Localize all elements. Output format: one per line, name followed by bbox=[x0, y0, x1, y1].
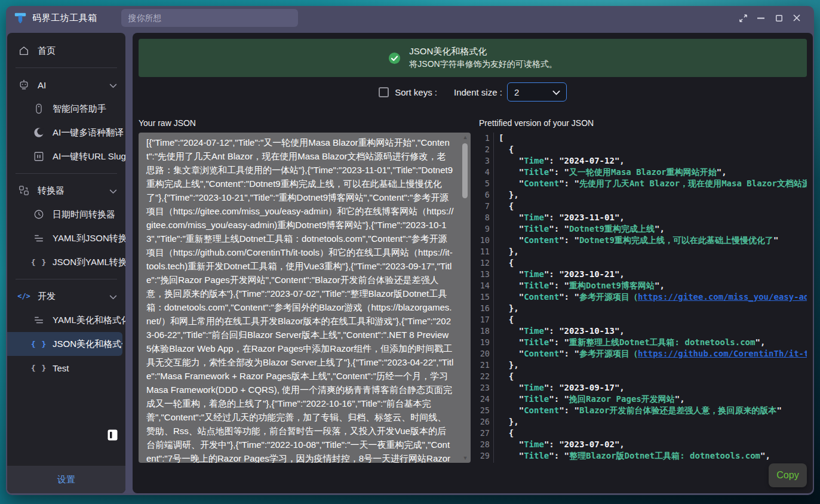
braces-icon: { } bbox=[33, 364, 45, 373]
sidebar-group-label: AI bbox=[38, 80, 46, 90]
line-number: 7 bbox=[479, 201, 494, 212]
sidebar-divider bbox=[16, 173, 117, 174]
sidebar-divider bbox=[16, 67, 117, 68]
sidebar-item-ai-translate[interactable]: AI一键多语种翻译 bbox=[7, 121, 125, 145]
check-circle-icon bbox=[388, 52, 401, 64]
close-icon[interactable] bbox=[788, 9, 806, 27]
search-box[interactable] bbox=[121, 9, 298, 27]
code-line: 29 "Title": "整理Blazor版Dotnet工具箱: dotneto… bbox=[479, 450, 807, 462]
minimize-icon[interactable] bbox=[752, 9, 770, 27]
code-icon: </> bbox=[18, 292, 30, 300]
format-controls: Sort keys : Indent size : 2 bbox=[139, 82, 807, 102]
maximize-icon[interactable] bbox=[770, 9, 788, 27]
raw-json-textarea[interactable]: [{"Time":"2024-07-12","Title":"又一轮使用Masa… bbox=[139, 133, 471, 463]
code-line: 1[ bbox=[479, 133, 807, 144]
line-number: 29 bbox=[479, 450, 494, 462]
sidebar-item-label: JSON到YAML转换 bbox=[53, 257, 125, 268]
line-number: 12 bbox=[479, 257, 494, 269]
code-line: 22 { bbox=[479, 371, 807, 382]
line-number: 5 bbox=[479, 178, 494, 189]
sidebar-item-json-prettify[interactable]: { }JSON美化和格式化 bbox=[7, 332, 122, 356]
slug-icon bbox=[33, 151, 45, 162]
sidebar-group-ai[interactable]: AI bbox=[7, 73, 125, 97]
pretty-json-label: Prettified version of your JSON bbox=[479, 118, 807, 131]
list-icon bbox=[33, 233, 45, 244]
tool-title: JSON美化和格式化 bbox=[409, 46, 557, 57]
sidebar-item-test[interactable]: { }Test bbox=[7, 356, 125, 380]
code-line: 25 "Content": "Blazor开发前台体验还是差强人意，换回原来的版… bbox=[479, 405, 807, 416]
line-number: 26 bbox=[479, 416, 494, 428]
sidebar-group-converters[interactable]: 转换器 bbox=[7, 179, 125, 202]
titlebar: 码界工坊工具箱 bbox=[6, 6, 814, 30]
sidebar-group-dev[interactable]: </>开发 bbox=[7, 284, 125, 308]
line-number: 4 bbox=[479, 167, 494, 178]
app-title: 码界工坊工具箱 bbox=[32, 13, 97, 24]
sidebar-item-label: AI一键多语种翻译 bbox=[53, 127, 124, 139]
pretty-json-code[interactable]: 1[2 {3 "Time": "2024-07-12",4 "Title": "… bbox=[479, 133, 807, 463]
clock-icon bbox=[33, 209, 45, 220]
expand-icon[interactable] bbox=[734, 9, 752, 27]
sort-keys-label: Sort keys : bbox=[395, 87, 437, 97]
indent-size-select[interactable]: 2 bbox=[507, 82, 567, 102]
code-line: 11 }, bbox=[479, 246, 807, 257]
line-number: 20 bbox=[479, 348, 494, 359]
app-logo-icon bbox=[14, 11, 27, 24]
line-number: 17 bbox=[479, 314, 494, 325]
sidebar-item-label: AI一键转URL Slug bbox=[53, 151, 125, 162]
line-number: 11 bbox=[479, 246, 494, 257]
sidebar-item-json-to-yaml[interactable]: { }JSON到YAML转换 bbox=[7, 250, 125, 274]
line-number: 8 bbox=[479, 212, 494, 223]
sidebar-collapse-icon[interactable] bbox=[108, 429, 118, 443]
line-number: 15 bbox=[479, 291, 494, 303]
url-link[interactable]: https://github.com/CorentinTh/it-tools bbox=[638, 349, 807, 358]
chevron-down-icon bbox=[109, 80, 117, 90]
line-number: 3 bbox=[479, 155, 494, 167]
sidebar-item-label: YAML到JSON转换 bbox=[53, 233, 125, 244]
code-line: 21 }, bbox=[479, 359, 807, 371]
main-panel: JSON美化和格式化 将JSON字符串修饰为友好的可读格式。 Sort keys… bbox=[133, 33, 813, 493]
scrollbar-thumb[interactable] bbox=[462, 143, 468, 198]
code-line: 12 { bbox=[479, 257, 807, 269]
search-input[interactable] bbox=[121, 9, 298, 27]
sidebar-group-label: 转换器 bbox=[38, 185, 65, 196]
indent-size-label: Indent size : bbox=[454, 87, 502, 97]
url-link[interactable]: https://gitee.com/miss_you/easy-admin bbox=[638, 292, 807, 302]
sidebar-item-ai-url-slug[interactable]: AI一键转URL Slug bbox=[7, 145, 125, 168]
sidebar-nav: 首页 AI智能问答助手AI一键多语种翻译AI一键转URL Slug转换器日期时间… bbox=[7, 33, 125, 466]
tool-subtitle: 将JSON字符串修饰为友好的可读格式。 bbox=[409, 59, 557, 70]
code-line: 3 "Time": "2024-07-12", bbox=[479, 155, 807, 167]
settings-button[interactable]: 设置 bbox=[7, 466, 125, 493]
sidebar-item-qa-assistant[interactable]: 智能问答助手 bbox=[7, 97, 125, 121]
sidebar-item-home[interactable]: 首页 bbox=[7, 39, 125, 63]
scroll-up-icon[interactable]: ▲ bbox=[462, 134, 469, 141]
indent-size-value: 2 bbox=[514, 87, 519, 97]
assistant-icon bbox=[33, 103, 45, 114]
copy-button[interactable]: Copy bbox=[769, 463, 807, 487]
url-link[interactable]: https://blazorgames.net/ bbox=[676, 462, 797, 463]
code-line: 7 { bbox=[479, 201, 807, 212]
code-line: 6 }, bbox=[479, 189, 807, 201]
code-line: 19 "Title": "重新整理上线Dotnet工具箱: dotnetools… bbox=[479, 337, 807, 348]
code-line: 27 { bbox=[479, 428, 807, 439]
sidebar-divider bbox=[16, 279, 117, 279]
ai-icon bbox=[18, 79, 30, 90]
code-line: 16 }, bbox=[479, 303, 807, 314]
sidebar-groups: AI智能问答助手AI一键多语种翻译AI一键转URL Slug转换器日期时间转换器… bbox=[7, 67, 125, 380]
chevron-down-icon bbox=[552, 87, 560, 97]
chevron-down-icon bbox=[109, 186, 117, 196]
sidebar-item-datetime-converter[interactable]: 日期时间转换器 bbox=[7, 202, 125, 226]
code-line: 10 "Content": "Dotnet9重构完成上线，可以在此基础上慢慢优化… bbox=[479, 235, 807, 246]
braces-icon: { } bbox=[33, 258, 45, 267]
sort-keys-checkbox[interactable] bbox=[379, 87, 389, 97]
scroll-down-icon[interactable]: ▼ bbox=[462, 454, 469, 462]
sidebar-item-yaml-to-json[interactable]: YAML到JSON转换 bbox=[7, 226, 125, 250]
sidebar-group-label: 开发 bbox=[38, 291, 56, 302]
sidebar-item-label: 日期时间转换器 bbox=[53, 209, 115, 220]
line-number: 28 bbox=[479, 439, 494, 450]
line-number: 25 bbox=[479, 405, 494, 416]
code-line: 20 "Content": "参考开源项目（https://github.com… bbox=[479, 348, 807, 359]
line-number: 6 bbox=[479, 189, 494, 201]
scrollbar[interactable]: ▲ ▼ bbox=[462, 134, 469, 462]
sidebar-item-yaml-prettify[interactable]: YAML美化和格式化 bbox=[7, 308, 125, 332]
line-number: 23 bbox=[479, 382, 494, 394]
